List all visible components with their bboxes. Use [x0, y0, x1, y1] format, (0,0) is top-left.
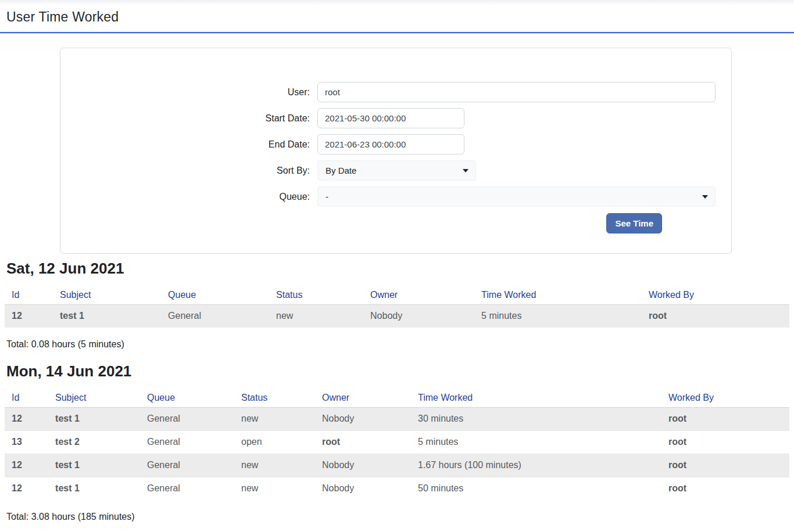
column-header-id[interactable]: Id — [5, 285, 53, 305]
page-title: User Time Worked — [6, 9, 788, 25]
table-row: 12 test 1 General new Nobody 50 minutes … — [5, 477, 789, 501]
column-header-queue[interactable]: Queue — [140, 388, 234, 408]
cell-id: 13 — [5, 431, 48, 454]
table-row: 13 test 2 General open root 5 minutes ro… — [5, 431, 789, 454]
queue-select[interactable]: - — [317, 186, 716, 207]
cell-subject: test 1 — [48, 477, 140, 501]
cell-owner: Nobody — [363, 305, 474, 328]
cell-id: 12 — [5, 408, 48, 431]
time-filter-form: User: Start Date: End Date: Sort By: By … — [60, 82, 662, 233]
column-header-time-worked[interactable]: Time Worked — [474, 285, 642, 305]
table-row: 12 test 1 General new Nobody 5 minutes r… — [5, 305, 789, 328]
table-header-row: Id Subject Queue Status Owner Time Worke… — [5, 388, 789, 408]
cell-worked-by: root — [642, 305, 789, 328]
cell-owner: root — [315, 431, 411, 454]
day-total: Total: 3.08 hours (185 minutes) — [6, 512, 794, 522]
cell-worked-by: root — [661, 454, 789, 477]
cell-worked-by: root — [661, 431, 789, 454]
end-date-label: End Date: — [60, 139, 317, 150]
cell-owner: Nobody — [315, 408, 411, 431]
column-header-owner[interactable]: Owner — [315, 388, 411, 408]
column-header-subject[interactable]: Subject — [53, 285, 161, 305]
cell-subject: test 1 — [48, 408, 140, 431]
cell-subject: test 2 — [48, 431, 140, 454]
cell-status: open — [234, 431, 315, 454]
cell-status: new — [234, 454, 315, 477]
cell-subject: test 1 — [53, 305, 161, 328]
cell-id: 12 — [5, 454, 48, 477]
column-header-time-worked[interactable]: Time Worked — [411, 388, 661, 408]
table-row: 12 test 1 General new Nobody 30 minutes … — [5, 408, 789, 431]
column-header-subject[interactable]: Subject — [48, 388, 140, 408]
cell-owner: Nobody — [315, 477, 411, 501]
column-header-worked-by[interactable]: Worked By — [661, 388, 789, 408]
cell-queue: General — [140, 408, 234, 431]
cell-status: new — [234, 477, 315, 501]
cell-worked-by: root — [661, 408, 789, 431]
column-header-queue[interactable]: Queue — [161, 285, 269, 305]
cell-id: 12 — [5, 305, 53, 328]
see-time-button[interactable]: See Time — [606, 213, 662, 233]
cell-owner: Nobody — [315, 454, 411, 477]
queue-label: Queue: — [60, 192, 317, 202]
cell-time-worked: 5 minutes — [411, 431, 661, 454]
cell-queue: General — [161, 305, 269, 328]
cell-status: new — [234, 408, 315, 431]
column-header-status[interactable]: Status — [234, 388, 315, 408]
table-header-row: Id Subject Queue Status Owner Time Worke… — [5, 285, 789, 305]
page-header: User Time Worked — [0, 5, 794, 33]
cell-id: 12 — [5, 477, 48, 501]
cell-worked-by: root — [661, 477, 789, 501]
user-label: User: — [60, 87, 317, 98]
table-row: 12 test 1 General new Nobody 1.67 hours … — [5, 454, 789, 477]
cell-subject: test 1 — [48, 454, 140, 477]
top-shadow — [0, 0, 794, 5]
day-heading: Sat, 12 Jun 2021 — [6, 260, 794, 278]
end-date-input[interactable] — [317, 134, 464, 154]
column-header-status[interactable]: Status — [269, 285, 363, 305]
column-header-worked-by[interactable]: Worked By — [642, 285, 789, 305]
cell-queue: General — [140, 431, 234, 454]
day-heading: Mon, 14 Jun 2021 — [6, 362, 794, 380]
cell-time-worked: 1.67 hours (100 minutes) — [411, 454, 661, 477]
start-date-label: Start Date: — [60, 113, 317, 124]
sort-by-label: Sort By: — [60, 166, 317, 176]
sort-by-select[interactable]: By Date — [317, 160, 476, 181]
cell-status: new — [269, 305, 363, 328]
user-input[interactable] — [317, 82, 716, 102]
time-worked-table: Id Subject Queue Status Owner Time Worke… — [5, 285, 789, 328]
time-worked-table: Id Subject Queue Status Owner Time Worke… — [5, 388, 789, 500]
cell-time-worked: 50 minutes — [411, 477, 661, 501]
cell-time-worked: 5 minutes — [474, 305, 642, 328]
day-total: Total: 0.08 hours (5 minutes) — [6, 339, 794, 350]
cell-queue: General — [140, 477, 234, 501]
start-date-input[interactable] — [317, 108, 464, 128]
cell-queue: General — [140, 454, 234, 477]
column-header-owner[interactable]: Owner — [363, 285, 474, 305]
cell-time-worked: 30 minutes — [411, 408, 661, 431]
column-header-id[interactable]: Id — [5, 388, 48, 408]
filter-panel: User: Start Date: End Date: Sort By: By … — [60, 48, 732, 254]
